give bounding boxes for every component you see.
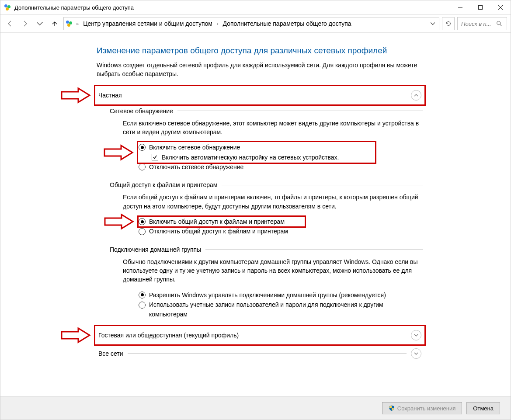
window: Дополнительные параметры общего доступа … [0,0,511,420]
search-box[interactable] [457,17,507,30]
discovery-auto-checkbox[interactable] [152,154,158,160]
forward-button[interactable] [19,18,31,29]
network-center-icon [4,4,11,11]
network-center-icon [66,20,73,27]
breadcrumb-item[interactable]: Дополнительные параметры общего доступа [222,20,352,27]
chevron-right-icon: › [216,21,219,26]
discovery-auto-label: Включить автоматическую настройку на сет… [162,153,339,162]
minimize-button[interactable] [450,0,470,14]
address-dropdown-button[interactable] [428,21,437,26]
fileshare-on-label: Включить общий доступ к файлам и принтер… [149,217,285,226]
cancel-button-label: Отмена [473,405,494,412]
address-bar[interactable]: « Центр управления сетями и общим доступ… [63,17,439,30]
save-button[interactable]: Сохранить изменения [382,402,462,414]
profile-all-label: Все сети [98,350,123,357]
breadcrumb-item[interactable]: Центр управления сетями и общим доступом [82,20,213,27]
fileshare-on-radio[interactable] [139,218,146,225]
page-description: Windows создает отдельный сетевой профил… [97,61,423,79]
fileshare-off-radio[interactable] [139,228,146,235]
homegroup-user-radio[interactable] [139,302,146,309]
content-area: Изменение параметров общего доступа для … [0,33,511,396]
discovery-on-label: Включить сетевое обнаружение [149,142,240,152]
page-title: Изменение параметров общего доступа для … [97,46,423,56]
save-button-label: Сохранить изменения [397,405,456,412]
fileshare-desc: Если общий доступ к файлам и принтерам в… [123,193,423,211]
uac-shield-icon [389,405,395,411]
homegroup-user-label: Использовать учетные записи пользователе… [149,300,423,319]
profile-private-label: Частная [98,92,122,99]
window-title: Дополнительные параметры общего доступа [14,4,134,11]
fileshare-off-label: Отключить общий доступ к файлам и принте… [149,226,288,236]
cancel-button[interactable]: Отмена [466,402,500,414]
homegroup-title: Подключения домашней группы [110,246,201,253]
search-input[interactable] [460,20,494,28]
discovery-desc: Если включено сетевое обнаружение, этот … [123,119,423,137]
chevron-up-icon[interactable] [411,90,421,101]
svg-line-5 [500,24,502,26]
navbar: « Центр управления сетями и общим доступ… [0,15,511,33]
titlebar: Дополнительные параметры общего доступа [0,0,511,15]
profile-guest-label: Гостевая или общедоступная (текущий проф… [98,332,239,339]
profile-all-header[interactable]: Все сети [97,346,423,361]
svg-rect-1 [479,6,483,10]
close-button[interactable] [490,0,511,14]
discovery-on-radio[interactable] [139,144,146,151]
recent-locations-button[interactable] [34,18,46,29]
homegroup-desc: Обычно подключениями к другим компьютера… [123,257,423,284]
fileshare-title: Общий доступ к файлам и принтерам [110,181,217,188]
back-button[interactable] [4,18,16,29]
discovery-title: Сетевое обнаружение [110,108,173,115]
footer: Сохранить изменения Отмена [0,396,511,420]
homegroup-windows-label: Разрешить Windows управлять подключениям… [149,290,386,300]
discovery-off-radio[interactable] [139,163,146,170]
profile-private-header[interactable]: Частная [97,87,423,103]
chevron-down-icon[interactable] [411,348,421,359]
maximize-button[interactable] [470,0,490,14]
svg-point-4 [497,21,501,25]
discovery-off-label: Отключить сетевое обнаружение [149,162,243,172]
search-icon [496,21,502,27]
profile-guest-header[interactable]: Гостевая или общедоступная (текущий проф… [97,327,423,343]
up-button[interactable] [49,18,61,29]
refresh-button[interactable] [442,17,455,30]
chevron-down-icon[interactable] [411,330,421,340]
breadcrumb-overflow[interactable]: « [75,21,80,26]
homegroup-windows-radio[interactable] [139,292,146,299]
